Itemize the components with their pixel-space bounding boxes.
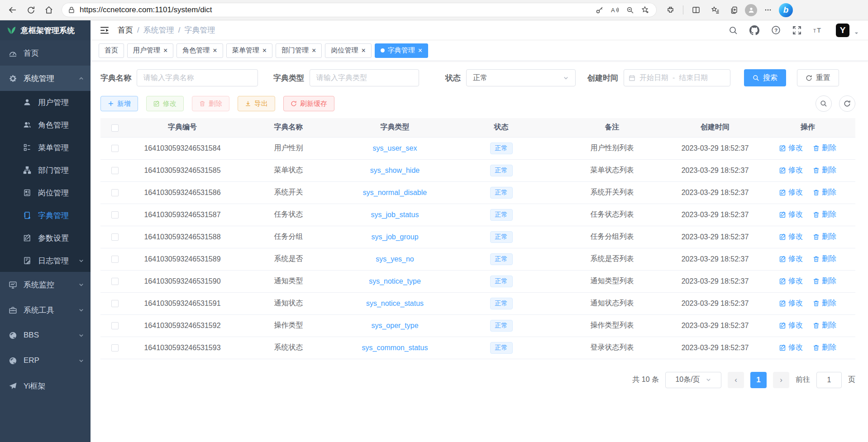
delete-row-button[interactable]: 删除 bbox=[813, 232, 836, 242]
read-aloud-icon[interactable]: A bbox=[607, 4, 622, 16]
breadcrumb-home[interactable]: 首页 bbox=[118, 26, 133, 34]
address-bar[interactable]: https://ccnetcore.com:1101/system/dict A bbox=[62, 3, 657, 17]
close-icon[interactable]: × bbox=[361, 47, 365, 54]
status-select[interactable]: 正常 bbox=[466, 69, 576, 86]
row-checkbox[interactable] bbox=[111, 211, 119, 219]
dict-type-link[interactable]: sys_show_hide bbox=[370, 166, 420, 174]
edit-row-button[interactable]: 修改 bbox=[779, 232, 803, 242]
row-checkbox[interactable] bbox=[111, 256, 119, 263]
sidebar-item-user-mgmt[interactable]: 用户管理 bbox=[0, 91, 91, 114]
sidebar-item-post-mgmt[interactable]: 岗位管理 bbox=[0, 181, 91, 204]
sidebar-item-bbs[interactable]: BBS bbox=[0, 323, 91, 348]
export-button[interactable]: 导出 bbox=[238, 96, 275, 111]
header-search-icon[interactable] bbox=[729, 26, 738, 35]
row-checkbox[interactable] bbox=[111, 233, 119, 241]
refresh-table-button[interactable] bbox=[839, 95, 855, 112]
edit-row-button[interactable]: 修改 bbox=[779, 276, 803, 286]
edit-row-button[interactable]: 修改 bbox=[779, 343, 803, 352]
select-all-checkbox[interactable] bbox=[111, 124, 119, 132]
edit-row-button[interactable]: 修改 bbox=[779, 143, 803, 153]
tab-user-mgmt[interactable]: 用户管理× bbox=[127, 43, 173, 58]
sidebar-item-dept-mgmt[interactable]: 部门管理 bbox=[0, 159, 91, 181]
goto-page-input[interactable]: 1 bbox=[816, 372, 842, 388]
sidebar-item-system-tools[interactable]: 系统工具 bbox=[0, 297, 91, 323]
refresh-cache-button[interactable]: 刷新缓存 bbox=[283, 96, 334, 111]
font-size-icon[interactable]: TT bbox=[813, 26, 824, 35]
sidebar-item-dict-mgmt[interactable]: 字典管理 bbox=[0, 204, 91, 227]
delete-row-button[interactable]: 删除 bbox=[813, 321, 836, 330]
delete-row-button[interactable]: 删除 bbox=[813, 143, 836, 153]
more-menu-icon[interactable] bbox=[760, 2, 776, 18]
dict-type-link[interactable]: sys_notice_status bbox=[366, 299, 424, 307]
delete-row-button[interactable]: 删除 bbox=[813, 188, 836, 197]
sidebar-item-system-mgmt[interactable]: 系统管理 bbox=[0, 66, 91, 91]
row-checkbox[interactable] bbox=[111, 189, 119, 196]
date-range-picker[interactable]: 开始日期 - 结束日期 bbox=[624, 69, 730, 86]
tab-home[interactable]: 首页 bbox=[99, 43, 124, 58]
sidebar-item-yi-framework[interactable]: Yi框架 bbox=[0, 373, 91, 399]
dict-name-input[interactable]: 请输入字典名称 bbox=[137, 69, 258, 86]
edit-row-button[interactable]: 修改 bbox=[779, 254, 803, 264]
dict-type-input[interactable]: 请输入字典类型 bbox=[310, 69, 419, 86]
split-screen-icon[interactable] bbox=[688, 2, 704, 18]
dict-type-link[interactable]: sys_normal_disable bbox=[363, 189, 427, 196]
close-icon[interactable]: × bbox=[163, 47, 167, 54]
collections-icon[interactable] bbox=[726, 2, 742, 18]
search-button[interactable]: 搜索 bbox=[744, 69, 786, 86]
extensions-icon[interactable] bbox=[662, 2, 678, 18]
delete-button[interactable]: 删除 bbox=[192, 96, 229, 111]
close-icon[interactable]: × bbox=[418, 47, 422, 54]
browser-refresh-button[interactable] bbox=[23, 2, 39, 18]
fullscreen-icon[interactable] bbox=[792, 26, 801, 35]
edit-row-button[interactable]: 修改 bbox=[779, 166, 803, 175]
dict-type-link[interactable]: sys_yes_no bbox=[376, 255, 414, 263]
page-size-select[interactable]: 10条/页 bbox=[665, 372, 721, 388]
delete-row-button[interactable]: 删除 bbox=[813, 299, 836, 308]
reset-button[interactable]: 重置 bbox=[797, 69, 839, 86]
tab-menu-mgmt[interactable]: 菜单管理× bbox=[226, 43, 272, 58]
sidebar-collapse-icon[interactable] bbox=[100, 26, 110, 35]
user-avatar[interactable]: Y bbox=[836, 24, 849, 37]
github-icon[interactable] bbox=[749, 25, 759, 35]
row-checkbox[interactable] bbox=[111, 322, 119, 329]
bing-copilot-icon[interactable]: b bbox=[779, 3, 793, 17]
favorites-hub-icon[interactable] bbox=[707, 2, 723, 18]
zoom-out-icon[interactable] bbox=[622, 4, 638, 16]
delete-row-button[interactable]: 删除 bbox=[813, 276, 836, 286]
delete-row-button[interactable]: 删除 bbox=[813, 166, 836, 175]
dict-type-link[interactable]: sys_common_status bbox=[362, 344, 428, 352]
help-icon[interactable]: ? bbox=[771, 25, 781, 35]
dict-type-link[interactable]: sys_oper_type bbox=[371, 322, 418, 329]
tab-post-mgmt[interactable]: 岗位管理× bbox=[325, 43, 371, 58]
row-checkbox[interactable] bbox=[111, 167, 119, 174]
close-icon[interactable]: × bbox=[213, 47, 217, 54]
delete-row-button[interactable]: 删除 bbox=[813, 343, 836, 352]
tab-dept-mgmt[interactable]: 部门管理× bbox=[276, 43, 322, 58]
dict-type-link[interactable]: sys_notice_type bbox=[369, 277, 421, 285]
close-icon[interactable]: × bbox=[312, 47, 316, 54]
row-checkbox[interactable] bbox=[111, 300, 119, 307]
sidebar-item-log-mgmt[interactable]: 日志管理 bbox=[0, 249, 91, 272]
row-checkbox[interactable] bbox=[111, 145, 119, 152]
toggle-search-button[interactable] bbox=[816, 95, 832, 112]
chevron-down-icon[interactable] bbox=[854, 31, 859, 36]
edit-button[interactable]: 修改 bbox=[146, 96, 184, 111]
edit-row-button[interactable]: 修改 bbox=[779, 188, 803, 197]
close-icon[interactable]: × bbox=[262, 47, 267, 54]
edit-row-button[interactable]: 修改 bbox=[779, 210, 803, 219]
edit-row-button[interactable]: 修改 bbox=[779, 321, 803, 330]
favorite-star-icon[interactable] bbox=[638, 4, 653, 16]
sidebar-item-role-mgmt[interactable]: 角色管理 bbox=[0, 114, 91, 136]
sidebar-item-home[interactable]: 首页 bbox=[0, 40, 91, 66]
tab-dict-mgmt[interactable]: 字典管理× bbox=[375, 43, 428, 58]
dict-type-link[interactable]: sys_job_status bbox=[371, 211, 419, 219]
breadcrumb-system[interactable]: 系统管理 bbox=[143, 26, 174, 34]
tab-role-mgmt[interactable]: 角色管理× bbox=[176, 43, 223, 58]
row-checkbox[interactable] bbox=[111, 344, 119, 352]
password-key-icon[interactable] bbox=[591, 4, 607, 16]
browser-back-button[interactable] bbox=[5, 2, 21, 18]
add-button[interactable]: 新增 bbox=[100, 96, 138, 111]
sidebar-item-menu-mgmt[interactable]: 菜单管理 bbox=[0, 136, 91, 159]
prev-page-button[interactable]: ‹ bbox=[728, 372, 744, 388]
sidebar-item-param-settings[interactable]: 参数设置 bbox=[0, 227, 91, 249]
